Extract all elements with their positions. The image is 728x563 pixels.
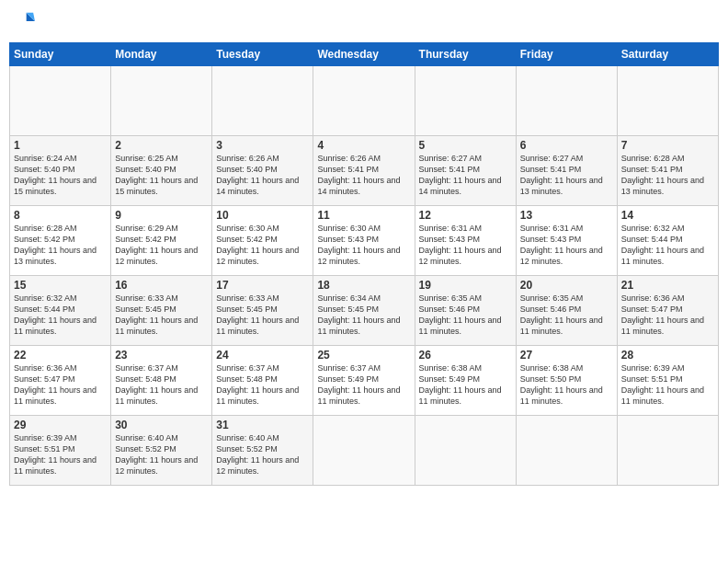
column-header-tuesday: Tuesday	[212, 43, 313, 66]
calendar-cell	[617, 66, 718, 136]
calendar-cell: 11 Sunrise: 6:30 AMSunset: 5:43 PMDaylig…	[313, 206, 415, 276]
calendar-cell: 27 Sunrise: 6:38 AMSunset: 5:50 PMDaylig…	[516, 346, 617, 416]
page-header	[9, 9, 719, 35]
column-header-saturday: Saturday	[617, 43, 718, 66]
day-number: 12	[419, 209, 512, 222]
calendar-cell: 13 Sunrise: 6:31 AMSunset: 5:43 PMDaylig…	[516, 206, 617, 276]
day-info: Sunrise: 6:39 AMSunset: 5:51 PMDaylight:…	[14, 432, 107, 477]
day-number: 7	[621, 139, 714, 152]
calendar-week-3: 15 Sunrise: 6:32 AMSunset: 5:44 PMDaylig…	[10, 276, 719, 346]
calendar-cell: 22 Sunrise: 6:36 AMSunset: 5:47 PMDaylig…	[10, 346, 111, 416]
day-info: Sunrise: 6:30 AMSunset: 5:42 PMDaylight:…	[216, 223, 309, 268]
day-info: Sunrise: 6:33 AMSunset: 5:45 PMDaylight:…	[216, 293, 309, 338]
day-number: 9	[115, 209, 208, 222]
column-header-sunday: Sunday	[10, 43, 111, 66]
calendar-cell: 17 Sunrise: 6:33 AMSunset: 5:45 PMDaylig…	[212, 276, 313, 346]
column-header-friday: Friday	[516, 43, 617, 66]
day-info: Sunrise: 6:27 AMSunset: 5:41 PMDaylight:…	[520, 153, 613, 198]
day-number: 8	[14, 209, 107, 222]
day-number: 4	[317, 139, 410, 152]
day-number: 14	[621, 209, 714, 222]
day-info: Sunrise: 6:37 AMSunset: 5:48 PMDaylight:…	[115, 362, 208, 408]
day-number: 13	[520, 209, 613, 222]
day-info: Sunrise: 6:28 AMSunset: 5:41 PMDaylight:…	[621, 153, 714, 198]
day-number: 28	[621, 349, 714, 362]
day-info: Sunrise: 6:30 AMSunset: 5:43 PMDaylight:…	[317, 223, 410, 268]
calendar-week-5: 29 Sunrise: 6:39 AMSunset: 5:51 PMDaylig…	[10, 416, 719, 486]
calendar-cell: 24 Sunrise: 6:37 AMSunset: 5:48 PMDaylig…	[212, 346, 313, 416]
calendar-cell: 7 Sunrise: 6:28 AMSunset: 5:41 PMDayligh…	[617, 136, 718, 206]
calendar-cell: 1 Sunrise: 6:24 AMSunset: 5:40 PMDayligh…	[10, 136, 111, 206]
day-info: Sunrise: 6:34 AMSunset: 5:45 PMDaylight:…	[317, 293, 410, 338]
column-header-wednesday: Wednesday	[313, 43, 415, 66]
day-number: 20	[520, 279, 613, 292]
day-number: 10	[216, 209, 309, 222]
day-number: 22	[14, 349, 107, 362]
day-info: Sunrise: 6:25 AMSunset: 5:40 PMDaylight:…	[115, 153, 208, 198]
day-info: Sunrise: 6:27 AMSunset: 5:41 PMDaylight:…	[419, 153, 512, 198]
day-info: Sunrise: 6:28 AMSunset: 5:42 PMDaylight:…	[14, 223, 107, 268]
calendar-cell: 8 Sunrise: 6:28 AMSunset: 5:42 PMDayligh…	[10, 206, 111, 276]
calendar-week-4: 22 Sunrise: 6:36 AMSunset: 5:47 PMDaylig…	[10, 346, 719, 416]
day-info: Sunrise: 6:35 AMSunset: 5:46 PMDaylight:…	[419, 293, 512, 338]
day-info: Sunrise: 6:31 AMSunset: 5:43 PMDaylight:…	[520, 223, 613, 268]
calendar-cell: 23 Sunrise: 6:37 AMSunset: 5:48 PMDaylig…	[111, 346, 212, 416]
calendar-cell: 16 Sunrise: 6:33 AMSunset: 5:45 PMDaylig…	[111, 276, 212, 346]
day-number: 2	[115, 139, 208, 152]
calendar-cell: 29 Sunrise: 6:39 AMSunset: 5:51 PMDaylig…	[10, 416, 111, 486]
day-number: 16	[115, 279, 208, 292]
calendar-cell: 5 Sunrise: 6:27 AMSunset: 5:41 PMDayligh…	[415, 136, 516, 206]
calendar-cell	[516, 416, 617, 486]
calendar-cell: 4 Sunrise: 6:26 AMSunset: 5:41 PMDayligh…	[313, 136, 415, 206]
day-number: 21	[621, 279, 714, 292]
calendar-cell: 25 Sunrise: 6:37 AMSunset: 5:49 PMDaylig…	[313, 346, 415, 416]
calendar-cell	[516, 66, 617, 136]
calendar-cell: 9 Sunrise: 6:29 AMSunset: 5:42 PMDayligh…	[111, 206, 212, 276]
calendar-cell: 15 Sunrise: 6:32 AMSunset: 5:44 PMDaylig…	[10, 276, 111, 346]
column-header-thursday: Thursday	[415, 43, 516, 66]
day-info: Sunrise: 6:38 AMSunset: 5:50 PMDaylight:…	[520, 362, 613, 408]
calendar-cell: 6 Sunrise: 6:27 AMSunset: 5:41 PMDayligh…	[516, 136, 617, 206]
day-info: Sunrise: 6:26 AMSunset: 5:41 PMDaylight:…	[317, 153, 410, 198]
calendar-cell: 2 Sunrise: 6:25 AMSunset: 5:40 PMDayligh…	[111, 136, 212, 206]
day-info: Sunrise: 6:24 AMSunset: 5:40 PMDaylight:…	[14, 153, 107, 198]
day-info: Sunrise: 6:31 AMSunset: 5:43 PMDaylight:…	[419, 223, 512, 268]
day-number: 17	[216, 279, 309, 292]
logo	[9, 9, 37, 35]
day-info: Sunrise: 6:37 AMSunset: 5:49 PMDaylight:…	[317, 362, 410, 408]
calendar-cell: 31 Sunrise: 6:40 AMSunset: 5:52 PMDaylig…	[212, 416, 313, 486]
day-number: 31	[216, 419, 309, 431]
day-info: Sunrise: 6:26 AMSunset: 5:40 PMDaylight:…	[216, 153, 309, 198]
calendar-cell	[111, 66, 212, 136]
calendar-cell	[415, 66, 516, 136]
day-info: Sunrise: 6:36 AMSunset: 5:47 PMDaylight:…	[621, 293, 714, 338]
day-number: 6	[520, 139, 613, 152]
calendar-week-2: 8 Sunrise: 6:28 AMSunset: 5:42 PMDayligh…	[10, 206, 719, 276]
calendar-week-0	[10, 66, 719, 136]
calendar-cell: 20 Sunrise: 6:35 AMSunset: 5:46 PMDaylig…	[516, 276, 617, 346]
day-number: 11	[317, 209, 410, 222]
calendar-cell	[212, 66, 313, 136]
day-number: 24	[216, 349, 309, 362]
calendar-cell: 26 Sunrise: 6:38 AMSunset: 5:49 PMDaylig…	[415, 346, 516, 416]
day-number: 19	[419, 279, 512, 292]
day-number: 18	[317, 279, 410, 292]
calendar-header-row: SundayMondayTuesdayWednesdayThursdayFrid…	[10, 43, 719, 66]
day-info: Sunrise: 6:32 AMSunset: 5:44 PMDaylight:…	[14, 293, 107, 338]
day-info: Sunrise: 6:36 AMSunset: 5:47 PMDaylight:…	[14, 362, 107, 408]
day-number: 1	[14, 139, 107, 152]
day-info: Sunrise: 6:33 AMSunset: 5:45 PMDaylight:…	[115, 293, 208, 338]
day-info: Sunrise: 6:29 AMSunset: 5:42 PMDaylight:…	[115, 223, 208, 268]
calendar-week-1: 1 Sunrise: 6:24 AMSunset: 5:40 PMDayligh…	[10, 136, 719, 206]
day-number: 15	[14, 279, 107, 292]
calendar-cell: 14 Sunrise: 6:32 AMSunset: 5:44 PMDaylig…	[617, 206, 718, 276]
column-header-monday: Monday	[111, 43, 212, 66]
calendar-table: SundayMondayTuesdayWednesdayThursdayFrid…	[9, 42, 719, 486]
day-number: 3	[216, 139, 309, 152]
calendar-cell	[415, 416, 516, 486]
day-number: 29	[14, 419, 107, 431]
day-info: Sunrise: 6:40 AMSunset: 5:52 PMDaylight:…	[115, 432, 208, 477]
day-number: 25	[317, 349, 410, 362]
day-info: Sunrise: 6:37 AMSunset: 5:48 PMDaylight:…	[216, 362, 309, 408]
day-info: Sunrise: 6:32 AMSunset: 5:44 PMDaylight:…	[621, 223, 714, 268]
